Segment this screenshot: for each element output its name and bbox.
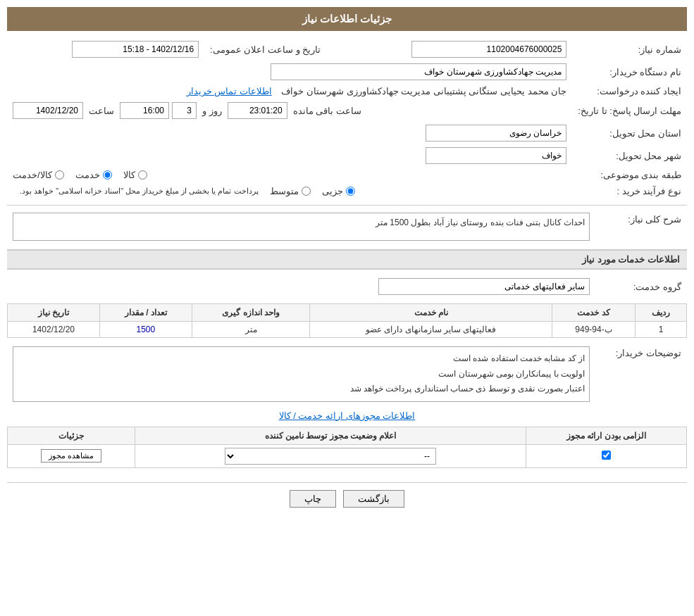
category-label-service-goods: کالا/خدمت [13, 170, 52, 180]
deadline-date-input[interactable] [13, 102, 83, 119]
buyer-note-line: اعتبار بصورت نقدی و توسط ذی حساب استاندا… [18, 382, 585, 397]
divider-2 [7, 482, 687, 483]
service-table: ردیف کد خدمت نام خدمت واحد اندازه گیری ت… [7, 303, 687, 338]
cell-name: فعالیتهای سایر سازمانهای دارای عضو [310, 322, 552, 338]
creator-value: جان محمد یحیایی ستگانی پشتیبانی مدیریت ج… [281, 86, 566, 96]
back-button[interactable]: بازگشت [343, 490, 404, 508]
license-details-cell: مشاهده مجوز [8, 444, 135, 467]
city-label: شهر محل تحویل: [572, 144, 687, 167]
service-group-table: گروه خدمت: [7, 275, 687, 298]
license-col-required: الزامی بودن ارائه مجوز [526, 427, 687, 444]
license-status-cell: -- [135, 444, 526, 467]
deadline-days-input[interactable] [172, 102, 197, 119]
process-radio-partial[interactable]: جزیی [322, 186, 355, 196]
deadline-remaining-input[interactable] [228, 102, 287, 119]
col-row: ردیف [635, 304, 686, 322]
need-desc-table: شرح کلی نیاز: احداث کانال بتنی فنات بنده… [7, 210, 687, 244]
creator-label: ایجاد کننده درخواست: [572, 83, 687, 99]
announce-date-input[interactable] [72, 41, 199, 58]
buyer-notes-table: توضیحات خریدار: از کد مشابه خدمت استفاده… [7, 344, 687, 405]
service-group-label: گروه خدمت: [595, 275, 687, 298]
need-number-label: شماره نیاز: [572, 38, 687, 61]
buyer-notes-box: از کد مشابه خدمت استفاده شده استاولویت ب… [13, 346, 590, 402]
license-row: -- مشاهده مجوز [8, 444, 687, 467]
need-number-input[interactable] [411, 41, 566, 58]
license-col-status: اعلام وضعیت مجوز توسط نامین کننده [135, 427, 526, 444]
license-section-link[interactable]: اطلاعات مجوزهای ارائه خدمت / کالا [7, 410, 687, 421]
col-unit: واحد اندازه گیری [192, 304, 310, 322]
cell-unit: متر [192, 322, 310, 338]
deadline-remaining-label: ساعت باقی مانده [293, 106, 361, 116]
buyer-note-line: اولویت با پیمانکاران بومی شهرستان است [18, 367, 585, 382]
cell-qty: 1500 [99, 322, 192, 338]
license-table: الزامی بودن ارائه مجوز اعلام وضعیت مجوز … [7, 427, 687, 468]
main-content: شماره نیاز: تاریخ و ساعت اعلان عمومی: نا… [7, 38, 687, 508]
category-label-goods: کالا [123, 170, 135, 180]
cell-date: 1402/12/20 [8, 322, 100, 338]
info-table: شماره نیاز: تاریخ و ساعت اعلان عمومی: نا… [7, 38, 687, 199]
city-input[interactable] [426, 147, 566, 164]
col-date: تاریخ نیاز [8, 304, 100, 322]
button-row: چاپ بازگشت [7, 490, 687, 508]
contact-link[interactable]: اطلاعات تماس خریدار [187, 86, 272, 96]
province-input[interactable] [426, 125, 566, 142]
deadline-time-label: ساعت [89, 106, 114, 116]
category-label-service: خدمت [75, 170, 100, 180]
service-table-row: 1 ب-94-949 فعالیتهای سایر سازمانهای دارا… [8, 322, 687, 338]
col-qty: تعداد / مقدار [99, 304, 192, 322]
cell-code: ب-94-949 [552, 322, 636, 338]
license-required-checkbox[interactable] [602, 451, 611, 460]
view-license-button[interactable]: مشاهده مجوز [41, 449, 101, 463]
col-name: نام خدمت [310, 304, 552, 322]
category-radio-goods[interactable]: کالا [123, 170, 147, 180]
service-group-input[interactable] [378, 278, 590, 295]
deadline-time-input[interactable] [120, 102, 169, 119]
license-required-cell [526, 444, 687, 467]
province-label: استان محل تحویل: [572, 122, 687, 144]
col-code: کد خدمت [552, 304, 636, 322]
process-label: نوع فرآیند خرید : [572, 183, 687, 199]
page-wrapper: جزئیات اطلاعات نیاز شماره نیاز: تاریخ و … [0, 0, 694, 616]
need-description-box: احداث کانال بتنی فنات بنده روستای نیاز آ… [13, 213, 590, 241]
cell-row: 1 [635, 322, 686, 338]
process-label-medium: متوسط [270, 186, 299, 196]
process-label-partial: جزیی [322, 186, 343, 196]
buyer-name-label: نام دستگاه خریدار: [572, 61, 687, 83]
license-col-details: جزئیات [8, 427, 135, 444]
page-title: جزئیات اطلاعات نیاز [7, 7, 687, 31]
buyer-notes-label: توضیحات خریدار: [595, 344, 687, 405]
license-status-select[interactable]: -- [225, 448, 436, 465]
need-desc-label: شرح کلی نیاز: [595, 210, 687, 244]
print-button[interactable]: چاپ [290, 490, 336, 508]
service-section-title: اطلاعات خدمات مورد نیاز [7, 249, 687, 270]
category-radio-service-goods[interactable]: کالا/خدمت [13, 170, 64, 180]
divider-1 [7, 205, 687, 206]
deadline-label: مهلت ارسال پاسخ: تا تاریخ: [572, 99, 687, 122]
buyer-note-line: از کد مشابه خدمت استفاده شده است [18, 351, 585, 367]
process-note: پرداخت تمام یا بخشی از مبلغ خریداز محل "… [20, 187, 259, 196]
process-radio-medium[interactable]: متوسط [270, 186, 311, 196]
announce-date-label: تاریخ و ساعت اعلان عمومی: [204, 38, 335, 61]
buyer-name-input[interactable] [271, 63, 566, 80]
category-radio-service[interactable]: خدمت [75, 170, 112, 180]
category-label: طبقه بندی موضوعی: [572, 167, 687, 183]
deadline-days-label: روز و [202, 106, 222, 116]
